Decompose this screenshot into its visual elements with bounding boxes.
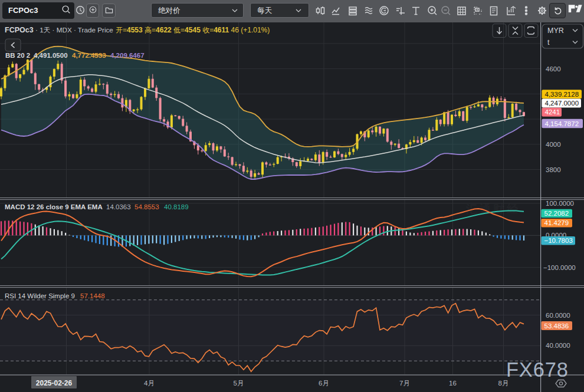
svg-text:57.1448: 57.1448 — [80, 292, 105, 299]
svg-text:53.4836: 53.4836 — [544, 322, 569, 330]
svg-text:4,247.0000: 4,247.0000 — [545, 100, 579, 107]
svg-text:54.8553: 54.8553 — [134, 203, 159, 210]
svg-text:4,154.7872: 4,154.7872 — [545, 120, 579, 127]
svg-text:FX678: FX678 — [506, 358, 569, 381]
svg-text:6月: 6月 — [319, 380, 329, 387]
svg-text:· 1天 · MDX · Trade Price: · 1天 · MDX · Trade Price — [35, 26, 113, 34]
svg-text:100.0000: 100.0000 — [546, 200, 574, 207]
svg-text:4,209.6467: 4,209.6467 — [110, 52, 145, 59]
svg-text:41.4279: 41.4279 — [544, 219, 569, 226]
svg-text:4600: 4600 — [546, 65, 561, 73]
svg-text:40.8189: 40.8189 — [164, 203, 189, 210]
svg-text:5月: 5月 — [234, 380, 244, 387]
svg-text:FCPOc3: FCPOc3 — [5, 26, 34, 34]
svg-text:3800: 3800 — [546, 166, 561, 173]
svg-text:52.2082: 52.2082 — [544, 210, 569, 217]
svg-text:4,339.2128: 4,339.2128 — [545, 91, 579, 98]
svg-text:4月: 4月 — [144, 380, 155, 387]
svg-text:4,491.0500: 4,491.0500 — [34, 52, 68, 59]
svg-text:MYR: MYR — [547, 27, 564, 35]
svg-text:−10.7803: −10.7803 — [544, 237, 573, 244]
svg-text:7月: 7月 — [399, 380, 410, 387]
svg-text:−100.0000: −100.0000 — [543, 264, 576, 271]
svg-text:14.0363: 14.0363 — [106, 203, 131, 210]
svg-text:RSI 14 Wilder Simple 9: RSI 14 Wilder Simple 9 — [5, 292, 75, 299]
svg-text:BB 20 2: BB 20 2 — [5, 52, 30, 59]
svg-text:MACD 12 26 close 9 EMA EMA: MACD 12 26 close 9 EMA EMA — [5, 203, 103, 210]
svg-text:t: t — [547, 38, 550, 47]
svg-text:16: 16 — [449, 380, 457, 387]
svg-text:4000: 4000 — [546, 141, 561, 148]
svg-text:2025-02-26: 2025-02-26 — [36, 379, 73, 387]
svg-text:4,772.4533: 4,772.4533 — [72, 52, 106, 59]
svg-text:开=4553 高=4622 低=4545 收=4611 46: 开=4553 高=4622 低=4545 收=4611 46 (+1.01%) — [116, 26, 270, 34]
svg-text:60.0000: 60.0000 — [546, 312, 570, 319]
svg-text:4241: 4241 — [545, 108, 560, 116]
svg-text:40.0000: 40.0000 — [546, 342, 570, 349]
